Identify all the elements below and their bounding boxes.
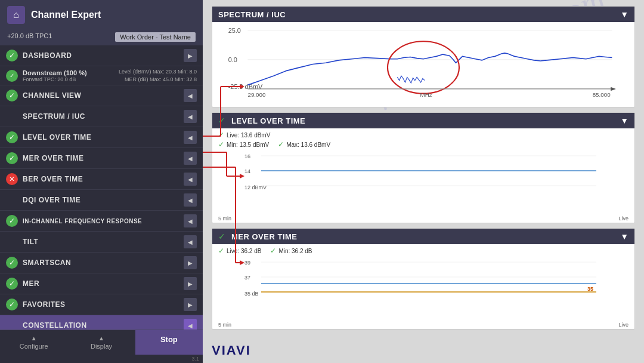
- mer-arrow-icon: ▼: [620, 232, 628, 241]
- check-icon-downstream: ✓: [6, 70, 18, 82]
- check-icon-channelview: ✓: [6, 90, 18, 101]
- svg-text:85.000: 85.000: [593, 91, 611, 97]
- spectrum-chart: 25.0 0.0 -25.0 dBmV 29.000: [218, 25, 628, 97]
- sidebar-items: ✓ DASHBOARD ▶ ✓ Downstream (100 %) Forwa…: [0, 45, 203, 330]
- display-button[interactable]: ▲ Display: [67, 330, 135, 355]
- sidebar-item-mer-over-time[interactable]: ✓ MER OVER TIME ◀: [0, 148, 203, 169]
- arrow-icon-smartscan: ▶: [184, 256, 197, 269]
- sidebar-item-label-level: LEVEL OVER TIME: [23, 133, 184, 141]
- sidebar-item-label-favorites: FAVORITES: [23, 300, 184, 309]
- sidebar-item-label-dqi: DQI OVER TIME: [23, 196, 184, 204]
- svg-text:16: 16: [244, 153, 250, 159]
- arrow-icon-dashboard: ▶: [184, 49, 197, 62]
- svg-text:14: 14: [244, 168, 250, 174]
- icon-constellation: [6, 319, 18, 330]
- mer-stats: ✓ Live: 36.2 dB ✓ Min: 36.2 dB: [212, 244, 634, 256]
- sidebar-subtitle: +20.0 dB TPC1 Work Order - Test Name: [0, 30, 203, 45]
- mer-live-stat: ✓ Live: 36.2 dB: [218, 247, 261, 255]
- sidebar-item-channel-view[interactable]: ✓ CHANNEL VIEW ◀: [0, 85, 203, 106]
- mer-chart-body: 39 37 35 dB 35: [212, 256, 634, 322]
- spectrum-title-row: SPECTRUM / IUC: [218, 10, 286, 19]
- sidebar-item-dqi-over-time[interactable]: DQI OVER TIME ◀: [0, 190, 203, 211]
- sidebar-item-label-mer2: MER: [23, 279, 184, 288]
- mer-time-right: Live: [618, 322, 628, 328]
- sidebar-item-mer[interactable]: ✓ MER ▶: [0, 273, 203, 294]
- mer-min-stat: ✓ Min: 36.2 dB: [270, 247, 312, 255]
- display-label: Display: [91, 343, 112, 350]
- svg-text:25.0: 25.0: [228, 27, 241, 34]
- check-icon-dashboard: ✓: [6, 50, 18, 61]
- subtitle-right: Work Order - Test Name: [115, 32, 196, 42]
- sidebar-item-downstream[interactable]: ✓ Downstream (100 %) Forward TPC: 20.0 d…: [0, 66, 203, 85]
- spectrum-panel: SPECTRUM / IUC ▼ 25.0 0.0 -25.0 dBmV: [212, 6, 635, 107]
- x-icon-ber: ✕: [6, 173, 18, 185]
- stop-label: Stop: [160, 335, 178, 344]
- level-chart-body: 16 14 12 dBmV: [212, 150, 634, 216]
- arrow-icon-favorites: ▶: [184, 298, 197, 311]
- icon-spectrum: [6, 110, 18, 122]
- check-icon-level: ✓: [6, 131, 18, 143]
- configure-button[interactable]: ▲ Configure: [0, 330, 67, 355]
- level-title-row: ✓ LEVEL OVER TIME: [218, 116, 305, 125]
- spectrum-title: SPECTRUM / IUC: [218, 10, 286, 19]
- sidebar-item-constellation[interactable]: CONSTELLATION ◀: [0, 315, 203, 330]
- icon-tilt: [6, 236, 18, 248]
- svg-text:35 dB: 35 dB: [244, 291, 259, 297]
- svg-text:39: 39: [244, 260, 250, 266]
- mer-check-icon: ✓: [218, 232, 225, 241]
- sidebar-item-label-dashboard: DASHBOARD: [23, 51, 184, 60]
- configure-up-arrow: ▲: [31, 335, 37, 342]
- display-up-arrow: ▲: [98, 335, 104, 342]
- level-live-stat: ✓ Live: 13.6 dBmV: [218, 131, 270, 139]
- mer-title-row: ✓ MER OVER TIME: [218, 232, 298, 241]
- mer-live-check: ✓: [218, 247, 224, 255]
- arrow-icon-spectrum: ◀: [184, 110, 197, 123]
- sidebar-item-label-tilt: TILT: [23, 238, 184, 246]
- sidebar-item-ber-over-time[interactable]: ✕ BER OVER TIME ◀: [0, 169, 203, 190]
- icon-dqi: [6, 194, 18, 206]
- configure-label: Configure: [20, 343, 48, 350]
- check-icon-smartscan: ✓: [6, 257, 18, 269]
- svg-text:MHz: MHz: [420, 91, 432, 97]
- svg-text:35: 35: [587, 286, 593, 292]
- sidebar-item-level-over-time[interactable]: ✓ LEVEL OVER TIME ◀: [0, 127, 203, 148]
- spectrum-arrow-icon: ▼: [620, 10, 628, 19]
- live-check-icon: ✓: [218, 131, 224, 139]
- arrow-icon-inchannel: ◀: [184, 214, 197, 227]
- level-panel: ✓ LEVEL OVER TIME ▼ ✓ Live: 13.6 dBmV ✓ …: [212, 112, 635, 223]
- mer-panel: ✓ MER OVER TIME ▼ ✓ Live: 36.2 dB ✓ Min:…: [212, 228, 635, 330]
- sidebar-item-smartscan[interactable]: ✓ SMARTSCAN ▶: [0, 253, 203, 273]
- level-min-stat: ✓ Min: 13.5 dBmV: [218, 140, 269, 149]
- sidebar-title: Channel Expert: [31, 10, 101, 20]
- sidebar-item-inchannel[interactable]: ✓ IN-CHANNEL FREQUENCY RESPONSE ◀: [0, 211, 203, 232]
- sidebar-item-label-ber: BER OVER TIME: [23, 175, 184, 183]
- sidebar-item-spectrum[interactable]: SPECTRUM / IUC ◀: [0, 106, 203, 127]
- level-stats: ✓ Live: 13.6 dBmV: [212, 128, 634, 140]
- check-icon-mer: ✓: [6, 152, 18, 164]
- min-check-icon: ✓: [218, 140, 224, 149]
- svg-text:12 dBmV: 12 dBmV: [244, 184, 267, 190]
- arrow-icon-constellation: ◀: [184, 319, 197, 330]
- bottom-brand: VIAVI: [212, 343, 251, 358]
- mer-header: ✓ MER OVER TIME ▼: [212, 229, 634, 244]
- sidebar-item-label-constellation: CONSTELLATION: [23, 321, 184, 330]
- home-icon[interactable]: ⌂: [7, 6, 25, 24]
- spectrum-header: SPECTRUM / IUC ▼: [212, 7, 634, 22]
- main-container: ⌂ Channel Expert +20.0 dB TPC1 Work Orde…: [0, 0, 644, 363]
- sidebar-item-dashboard[interactable]: ✓ DASHBOARD ▶: [0, 45, 203, 66]
- check-icon-mer2: ✓: [6, 278, 18, 290]
- level-max-label: Max: 13.6 dBmV: [286, 141, 330, 148]
- stop-button[interactable]: Stop: [135, 330, 203, 355]
- sidebar-item-tilt[interactable]: TILT ◀: [0, 232, 203, 253]
- arrow-icon-channelview: ◀: [184, 89, 197, 102]
- level-time-labels: 5 min Live: [212, 216, 634, 223]
- svg-text:37: 37: [244, 275, 250, 281]
- sidebar-item-label-spectrum: SPECTRUM / IUC: [23, 112, 184, 121]
- mer-min-label: Min: 36.2 dB: [278, 248, 312, 254]
- level-header: ✓ LEVEL OVER TIME ▼: [212, 113, 634, 128]
- sidebar-item-favorites[interactable]: ✓ FAVORITES ▶: [0, 294, 203, 315]
- spectrum-body: 25.0 0.0 -25.0 dBmV 29.000: [212, 22, 634, 100]
- sidebar-item-label-inchannel: IN-CHANNEL FREQUENCY RESPONSE: [23, 218, 184, 224]
- sidebar-header: ⌂ Channel Expert: [0, 0, 203, 30]
- check-icon-favorites: ✓: [6, 299, 18, 310]
